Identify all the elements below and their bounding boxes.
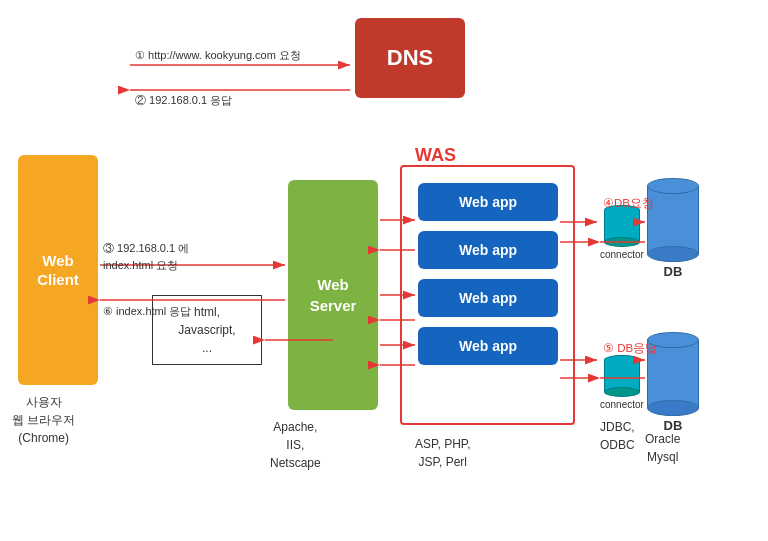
- connector-1-label: connector: [600, 249, 644, 260]
- connector-2: connector: [600, 355, 644, 410]
- oracle-mysql-label: OracleMysql: [645, 430, 680, 466]
- step6-label: ⑥ index.html 응답: [103, 303, 191, 320]
- web-client-label: WebClient: [37, 251, 79, 290]
- db-top-label: DB: [647, 264, 699, 279]
- diagram-container: DNS WebClient html,Javascript,... WebSer…: [0, 0, 768, 541]
- dns-box: DNS: [355, 18, 465, 98]
- db-top: DB: [647, 178, 699, 279]
- connector-1: connector: [600, 205, 644, 260]
- webapp-4-label: Web app: [459, 338, 517, 354]
- web-server-label: WebServer: [310, 274, 357, 316]
- dns-label: DNS: [387, 45, 433, 71]
- webapp-2: Web app: [418, 231, 558, 269]
- webapp-2-label: Web app: [459, 242, 517, 258]
- webapp-3-label: Web app: [459, 290, 517, 306]
- step1-label: ① http://www. kookyung.com 요청: [135, 47, 301, 64]
- webapp-3: Web app: [418, 279, 558, 317]
- user-browser-label: 사용자웹 브라우저(Chrome): [12, 393, 75, 447]
- was-label: WAS: [415, 145, 456, 166]
- webapp-4: Web app: [418, 327, 558, 365]
- jdbc-label: JDBC,ODBC: [600, 418, 635, 454]
- step3-label: ③ 192.168.0.1 에index.html 요청: [103, 240, 189, 273]
- webapp-1-label: Web app: [459, 194, 517, 210]
- connector-2-label: connector: [600, 399, 644, 410]
- asp-label: ASP, PHP,JSP, Perl: [415, 435, 471, 471]
- apache-label: Apache,IIS,Netscape: [270, 418, 321, 472]
- step2-label: ② 192.168.0.1 응답: [135, 92, 232, 109]
- web-server-box: WebServer: [288, 180, 378, 410]
- webapp-1: Web app: [418, 183, 558, 221]
- step4-label: ④DB요청: [603, 195, 654, 212]
- web-client-box: WebClient: [18, 155, 98, 385]
